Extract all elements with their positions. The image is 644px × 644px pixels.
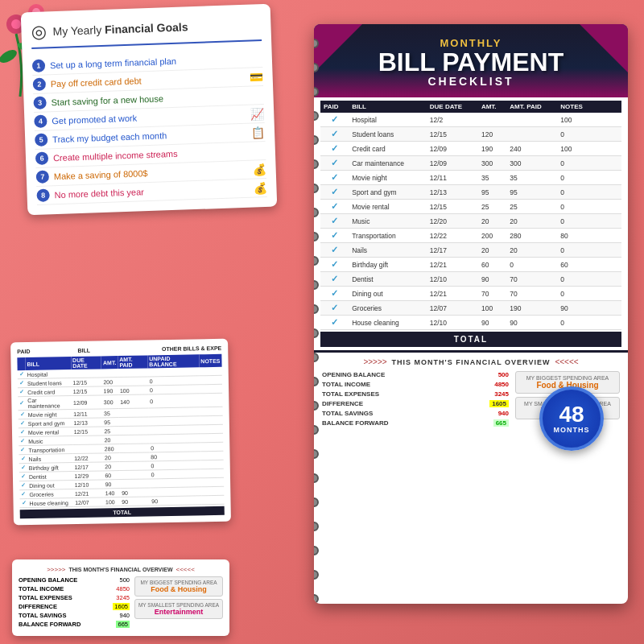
small-cell-amt: 35 [102,409,119,418]
overview-row-3: TOTAL EXPENSES 3245 [322,390,509,398]
cell-paid: ✓ [320,171,349,185]
cell-notes: 0 [557,316,621,330]
bo-row-5: TOTAL SAVINGS 940 [19,612,130,619]
small-cell-amt-paid [118,368,147,377]
cell-bill: Groceries [349,301,427,316]
bill-payment-title: BILL PAYMENT [324,49,618,75]
main-bill-row: ✓ Dining out 12/21 70 70 0 [320,287,621,301]
small-checkmark: ✓ [19,400,24,406]
ov-val-6: 665 [493,419,509,427]
bo-val-3: 3245 [116,594,130,601]
cell-notes: 80 [557,229,621,243]
corner-right-decoration [580,24,628,72]
small-cell-paid: ✓ [19,464,27,473]
small-total-row: TOTAL [20,506,225,518]
ov-val-5: 940 [498,410,509,417]
cell-date: 12/09 [427,142,478,156]
goal-text-5: Track my budget each month [52,128,248,144]
small-cell-date: 12/13 [72,418,102,427]
main-bill-row: ✓ Birthday gift 12/21 60 0 60 [320,258,621,272]
cell-amt-paid: 90 [506,316,557,330]
small-bill-table: BILL DUE DATE AMT. AMT. PAID UNPAID BALA… [17,354,224,508]
goal-num-4: 4 [34,114,47,128]
th-amt: AMT. [101,356,118,369]
checkmark: ✓ [331,303,338,312]
small-cell-amt: 90 [103,480,120,489]
ov-val-3: 3245 [494,390,509,398]
spiral-dot [314,570,319,580]
cell-date: 12/22 [427,229,478,243]
goal-icon-7: 💰 [252,163,266,176]
bo-label-5: TOTAL SAVINGS [19,612,66,619]
spiral-dot [314,111,319,121]
small-cell-amt: 20 [103,436,120,444]
svg-point-1 [11,19,21,29]
checkmark: ✓ [331,216,338,225]
small-cell-date: 12/17 [72,462,103,472]
goal-num-5: 5 [35,133,48,147]
bo-val-2: 4850 [116,585,130,592]
cell-bill: Transportation [349,229,427,243]
small-cell-amt-paid [120,479,150,489]
small-cell-paid: ✓ [18,388,26,397]
overview-row-2: TOTAL INCOME 4850 [322,381,509,388]
small-checkmark: ✓ [20,429,25,435]
th-due: DUE DATE [71,356,101,369]
bo-smallest-box: MY SMALLEST SPENDING AREA Entertainment [134,599,223,619]
cell-date: 12/15 [427,200,478,214]
spiral-dot [314,39,319,48]
small-cell-paid: ✓ [18,370,26,379]
checkmark: ✓ [331,259,338,269]
cell-notes: 0 [557,156,621,171]
cell-amt: 100 [478,301,506,316]
small-checkmark: ✓ [21,491,26,497]
cell-bill: Credit card [349,142,427,156]
spiral-dot [314,159,319,169]
th-main-amt: AMT. [478,101,506,113]
bottom-overview-card: >>>>> THIS MONTH'S FINANCIAL OVERVIEW <<… [12,559,229,636]
goal-text-1: Set up a long term financial plan [50,53,262,70]
cell-bill: Dining out [349,287,427,301]
th-main-date: DUE DATE [427,101,478,113]
cell-date: 12/17 [427,243,478,258]
bo-row-1: OPENING BALANCE 500 [19,576,130,584]
small-cell-notes [200,460,223,469]
small-cell-notes [199,367,221,376]
cell-bill: Sport and gym [349,185,427,200]
cell-date: 12/2 [427,113,478,127]
cell-paid: ✓ [320,142,349,156]
goal-text-4: Get promoted at work [52,109,247,126]
goal-text-8: No more debt this year [54,184,250,200]
cell-amt-paid [506,127,557,142]
small-cell-notes [200,375,222,384]
ov-label-3: TOTAL EXPENSES [322,390,379,398]
cell-notes: 0 [557,272,621,287]
cell-notes: 0 [557,185,621,200]
ov-label-1: OPENING BALANCE [322,371,385,378]
main-bill-row: ✓ Transportation 12/22 200 280 80 [320,229,621,243]
cell-amt: 200 [478,229,506,243]
goal-num-1: 1 [32,59,46,72]
spiral-dot [314,522,319,531]
ov-val-4: 1605 [489,400,509,407]
spiral-dot [314,377,319,386]
bo-label-4: DIFFERENCE [19,603,57,610]
cell-date: 12/10 [427,272,478,287]
goal-icon-4: 📈 [250,107,265,121]
paid-col-label: PAID [17,349,30,354]
small-cell-paid: ✓ [19,455,27,464]
small-cell-amt-paid [119,461,149,471]
small-cell-amt-paid [119,435,149,444]
spiral-dot [314,425,319,435]
small-cell-unpaid: 90 [150,496,201,506]
cell-amt-paid: 35 [506,171,557,185]
checkmark: ✓ [331,114,338,124]
cell-paid: ✓ [320,200,349,214]
small-cell-amt: 300 [102,395,119,409]
bill-col-label: BILL [77,348,90,353]
cell-amt-paid: 20 [506,243,557,258]
spiral-dot [314,594,319,604]
cell-amt: 90 [478,272,506,287]
cell-amt: 20 [478,214,506,229]
small-cell-notes [200,415,223,424]
